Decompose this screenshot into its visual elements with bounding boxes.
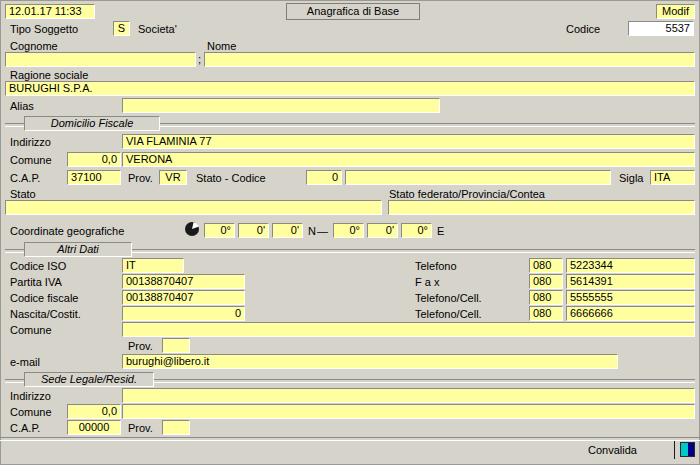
stato-field[interactable]	[5, 200, 382, 215]
telefono-cell-2-number-field[interactable]: 6666666	[566, 306, 695, 321]
nome-field[interactable]	[204, 52, 695, 67]
lat-min-field[interactable]: 0'	[238, 223, 269, 238]
sede-prov-label: Prov.	[128, 422, 153, 434]
telefono-cell-2-label: Telefono/Cell.	[415, 308, 482, 320]
sede-indirizzo-label: Indirizzo	[10, 390, 51, 402]
lon-dir-label: E	[437, 225, 444, 237]
fax-number-field[interactable]: 5614391	[566, 274, 695, 289]
section-sede-legale: Sede Legale/Resid.	[24, 372, 154, 387]
nome-label: Nome	[207, 40, 236, 52]
email-field[interactable]: burughi@libero.it	[122, 354, 618, 369]
stato-codice-desc-field[interactable]	[345, 170, 611, 185]
modif-button[interactable]: Modif	[656, 4, 695, 19]
stato-codice-field[interactable]: 0	[306, 170, 342, 185]
anagrafica-window: 12.01.17 11:33 Anagrafica di Base Modif …	[0, 0, 700, 465]
codice-fiscale-label: Codice fiscale	[10, 292, 78, 304]
partita-iva-label: Partita IVA	[10, 276, 62, 288]
lon-deg-field[interactable]: 0°	[333, 223, 364, 238]
section-altri-dati: Altri Dati	[24, 242, 132, 257]
coordinate-label: Coordinate geografiche	[10, 225, 124, 237]
comune-code-field[interactable]: 0,0	[67, 152, 121, 167]
lat-dir-label: N	[308, 225, 316, 237]
page-title: Anagrafica di Base	[286, 3, 420, 20]
sede-cap-field[interactable]: 00000	[67, 420, 121, 435]
nascita-costit-field[interactable]: 0	[122, 306, 245, 321]
cognome-field[interactable]	[5, 52, 196, 67]
codice-field[interactable]: 5537	[628, 21, 694, 36]
lon-min-field[interactable]: 0'	[367, 223, 398, 238]
sede-comune-field[interactable]	[122, 404, 695, 419]
ragione-sociale-label: Ragione sociale	[10, 69, 88, 81]
comune-label: Comune	[10, 154, 52, 166]
cap-label: C.A.P.	[10, 172, 40, 184]
sede-cap-label: C.A.P.	[10, 422, 40, 434]
sede-prov-field[interactable]	[162, 420, 190, 435]
coord-dash: —	[317, 225, 328, 237]
telefono-cell-2-prefix-field[interactable]: 080	[529, 306, 563, 321]
telefono-number-field[interactable]: 5223344	[566, 258, 695, 273]
lat-sec-field[interactable]: 0'	[272, 223, 303, 238]
cap-field[interactable]: 37100	[67, 170, 121, 185]
tipo-soggetto-field[interactable]: S	[113, 21, 130, 36]
altri-comune-label: Comune	[10, 324, 52, 336]
partita-iva-field[interactable]: 00138870407	[122, 274, 245, 289]
alias-label: Alias	[10, 100, 34, 112]
altri-prov-label: Prov.	[128, 340, 153, 352]
stato-federato-label: Stato federato/Provincia/Contea	[389, 188, 545, 200]
validate-icon[interactable]	[680, 442, 695, 457]
sede-comune-label: Comune	[10, 406, 52, 418]
codice-fiscale-field[interactable]: 00138870407	[122, 290, 245, 305]
ragione-sociale-field[interactable]: BURUGHI S.P.A.	[5, 81, 695, 96]
stato-codice-label: Stato - Codice	[196, 172, 266, 184]
stato-label: Stato	[10, 188, 36, 200]
sigla-label: Sigla	[619, 172, 643, 184]
codice-iso-field[interactable]: IT	[122, 258, 184, 273]
telefono-label: Telefono	[415, 260, 457, 272]
altri-prov-field[interactable]	[162, 338, 190, 353]
codice-iso-label: Codice ISO	[10, 260, 66, 272]
prov-field[interactable]: VR	[159, 170, 187, 185]
field-separator: ;	[198, 53, 201, 65]
indirizzo-label: Indirizzo	[10, 136, 51, 148]
comune-field[interactable]: VERONA	[122, 152, 695, 167]
telefono-prefix-field[interactable]: 080	[529, 258, 563, 273]
indirizzo-field[interactable]: VIA FLAMINIA 77	[122, 134, 695, 149]
convalida-label: Convalida	[588, 444, 637, 456]
telefono-cell-1-label: Telefono/Cell.	[415, 292, 482, 304]
tipo-soggetto-label: Tipo Soggetto	[10, 23, 78, 35]
fax-prefix-field[interactable]: 080	[529, 274, 563, 289]
prov-label: Prov.	[128, 172, 153, 184]
fax-label: F a x	[415, 276, 439, 288]
codice-label: Codice	[566, 23, 600, 35]
sede-indirizzo-field[interactable]	[122, 388, 695, 403]
lon-sec-field[interactable]: 0°	[401, 223, 432, 238]
section-domicilio-fiscale: Domicilio Fiscale	[24, 116, 160, 131]
sede-comune-code-field[interactable]: 0,0	[67, 404, 121, 419]
tipo-soggetto-desc: Societa'	[138, 23, 177, 35]
telefono-cell-1-number-field[interactable]: 5555555	[566, 290, 695, 305]
footer-separator	[674, 441, 675, 459]
email-label: e-mail	[10, 356, 40, 368]
lat-deg-field[interactable]: 0°	[204, 223, 235, 238]
stato-federato-field[interactable]	[388, 200, 695, 215]
datetime-display: 12.01.17 11:33	[5, 4, 95, 19]
cognome-label: Cognome	[10, 40, 58, 52]
telefono-cell-1-prefix-field[interactable]: 080	[529, 290, 563, 305]
globe-icon[interactable]	[184, 221, 200, 239]
alias-field[interactable]	[122, 98, 440, 113]
nascita-costit-label: Nascita/Costit.	[10, 308, 81, 320]
footer-divider	[0, 437, 700, 441]
altri-comune-field[interactable]	[122, 322, 695, 337]
sigla-field[interactable]: ITA	[650, 170, 695, 185]
